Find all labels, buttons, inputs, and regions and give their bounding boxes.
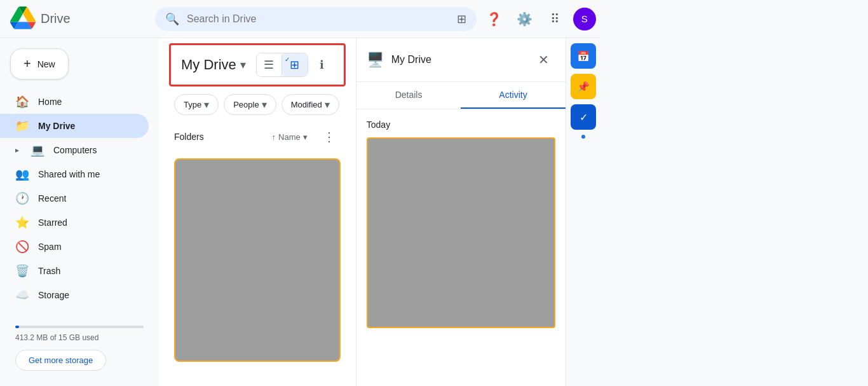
sidebar-item-label-starred: Starred (38, 217, 67, 228)
trash-icon: 🗑️ (15, 264, 29, 278)
keep-quick-icon[interactable]: 📌 (571, 74, 596, 99)
spam-icon: 🚫 (15, 240, 29, 254)
info-button[interactable]: ℹ (311, 53, 334, 76)
storage-bar (15, 326, 144, 328)
body-area: + New 🏠 Home 📁 My Drive ▸ 💻 Computers 👥 … (0, 38, 601, 386)
right-panel: 🖥️ My Drive ✕ Details Activity Today (356, 38, 566, 386)
new-button[interactable]: + New (10, 48, 69, 79)
plus-icon: + (24, 57, 31, 71)
panel-tabs: Details Activity (356, 82, 566, 109)
logo-area: Drive (10, 6, 150, 32)
new-button-label: New (37, 59, 55, 69)
tab-details[interactable]: Details (356, 82, 461, 109)
sidebar-item-storage[interactable]: ☁️ Storage (0, 283, 149, 307)
sidebar-item-label-my-drive: My Drive (38, 121, 75, 131)
tasks-quick-icon[interactable]: ✓ (571, 104, 596, 130)
top-header: Drive 🔍 ⊞ ❓ ⚙️ ⠿ S (0, 0, 601, 38)
view-toggle-group: ☰ ✓ ⊞ (256, 53, 308, 77)
home-icon: 🏠 (15, 95, 29, 109)
sort-label: Name (278, 132, 301, 142)
people-filter-label: People (233, 100, 259, 109)
avatar[interactable]: S (573, 8, 596, 31)
folder-card-1[interactable] (174, 158, 341, 362)
breadcrumb-title: My Drive (181, 57, 236, 73)
sidebar-item-shared[interactable]: 👥 Shared with me (0, 162, 149, 186)
drive-breadcrumb[interactable]: My Drive ▾ (181, 57, 246, 73)
support-icon[interactable]: ❓ (482, 6, 507, 32)
folder-grid (159, 153, 356, 372)
header-actions: ❓ ⚙️ ⠿ S (482, 6, 596, 32)
search-input[interactable] (187, 13, 449, 25)
panel-content: Today (356, 109, 566, 386)
panel-title: My Drive (391, 54, 525, 65)
grid-view-button[interactable]: ✓ ⊞ (282, 53, 308, 76)
sidebar-item-recent[interactable]: 🕐 Recent (0, 186, 149, 210)
app-container: Drive 🔍 ⊞ ❓ ⚙️ ⠿ S + New 🏠 Home (0, 0, 601, 386)
sidebar: + New 🏠 Home 📁 My Drive ▸ 💻 Computers 👥 … (0, 38, 159, 386)
my-drive-icon: 📁 (15, 119, 29, 133)
quick-access-panel: 📅 📌 ✓ (566, 38, 601, 386)
sidebar-item-label-storage: Storage (38, 290, 69, 300)
panel-preview-thumbnail (367, 137, 555, 328)
panel-header: 🖥️ My Drive ✕ (356, 38, 566, 82)
expand-arrow-icon: ▸ (15, 146, 19, 155)
type-filter-label: Type (184, 100, 201, 109)
sidebar-item-label-trash: Trash (38, 266, 60, 276)
storage-text: 413.2 MB of 15 GB used (15, 333, 144, 342)
people-filter-chip[interactable]: People ▾ (224, 94, 276, 115)
sort-arrow-icon: ↑ (272, 132, 276, 142)
sidebar-item-label-home: Home (38, 97, 62, 107)
list-view-button[interactable]: ☰ (257, 53, 282, 76)
search-bar[interactable]: 🔍 ⊞ (155, 7, 477, 31)
sidebar-item-label-spam: Spam (38, 242, 62, 252)
sidebar-item-label-recent: Recent (38, 193, 66, 203)
people-filter-chevron: ▾ (262, 99, 267, 111)
calendar-quick-icon[interactable]: 📅 (571, 43, 596, 69)
logo-text: Drive (41, 11, 71, 26)
computers-icon: 💻 (31, 143, 44, 157)
drive-logo (10, 6, 36, 32)
panel-close-button[interactable]: ✕ (532, 48, 555, 71)
more-options-button[interactable]: ⋮ (318, 125, 341, 148)
recent-icon: 🕐 (15, 191, 29, 205)
breadcrumb-dropdown-icon[interactable]: ▾ (240, 58, 246, 72)
folders-section-title: Folders (174, 132, 262, 142)
type-filter-chevron: ▾ (204, 99, 209, 111)
search-icon: 🔍 (165, 12, 179, 26)
active-indicator-dot (581, 135, 585, 139)
modified-filter-label: Modified (291, 100, 322, 109)
filter-sliders-icon[interactable]: ⊞ (457, 12, 466, 26)
sort-dropdown-icon: ▾ (303, 132, 308, 142)
type-filter-chip[interactable]: Type ▾ (174, 94, 219, 115)
shared-icon: 👥 (15, 167, 29, 181)
sidebar-item-spam[interactable]: 🚫 Spam (0, 235, 149, 259)
modified-filter-chip[interactable]: Modified ▾ (281, 94, 339, 115)
title-bar: My Drive ▾ ☰ ✓ ⊞ ℹ (169, 43, 346, 86)
apps-grid-icon[interactable]: ⠿ (543, 6, 568, 32)
settings-icon[interactable]: ⚙️ (512, 6, 538, 32)
storage-bar-fill (15, 326, 19, 328)
sidebar-item-starred[interactable]: ⭐ Starred (0, 210, 149, 235)
folders-header: Folders ↑ Name ▾ ⋮ (159, 120, 356, 153)
storage-icon: ☁️ (15, 288, 29, 302)
sidebar-item-computers[interactable]: ▸ 💻 Computers (0, 138, 149, 162)
modified-filter-chevron: ▾ (325, 99, 330, 111)
sidebar-item-label-computers: Computers (53, 145, 97, 155)
sidebar-item-label-shared: Shared with me (38, 169, 100, 179)
sidebar-item-home[interactable]: 🏠 Home (0, 90, 149, 114)
tab-activity[interactable]: Activity (461, 82, 566, 109)
sort-button[interactable]: ↑ Name ▾ (267, 130, 313, 144)
panel-drive-icon: 🖥️ (367, 52, 384, 68)
sidebar-item-my-drive[interactable]: 📁 My Drive (0, 114, 149, 138)
starred-icon: ⭐ (15, 216, 29, 230)
sidebar-item-trash[interactable]: 🗑️ Trash (0, 259, 149, 283)
today-label: Today (367, 120, 555, 130)
storage-section: 413.2 MB of 15 GB used Get more storage (0, 310, 159, 381)
content-area: My Drive ▾ ☰ ✓ ⊞ ℹ Type (159, 38, 356, 386)
filters-row: Type ▾ People ▾ Modified ▾ (159, 89, 356, 120)
get-storage-button[interactable]: Get more storage (15, 350, 106, 371)
